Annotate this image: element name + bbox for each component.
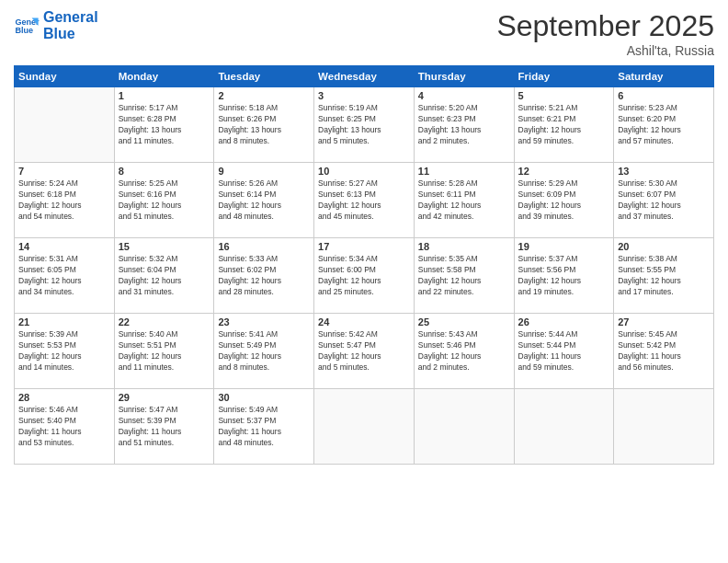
day-info: Sunrise: 5:42 AM Sunset: 5:47 PM Dayligh… (318, 329, 410, 373)
day-info: Sunrise: 5:43 AM Sunset: 5:46 PM Dayligh… (418, 329, 510, 373)
day-number: 22 (119, 316, 210, 327)
week-row-3: 14Sunrise: 5:31 AM Sunset: 6:05 PM Dayli… (15, 238, 714, 314)
day-number: 25 (418, 316, 510, 327)
day-info: Sunrise: 5:35 AM Sunset: 5:58 PM Dayligh… (418, 254, 510, 298)
calendar-cell: 26Sunrise: 5:44 AM Sunset: 5:44 PM Dayli… (514, 314, 614, 389)
week-row-2: 7Sunrise: 5:24 AM Sunset: 6:18 PM Daylig… (15, 163, 714, 238)
title-block: September 2025 Ashil'ta, Russia (496, 9, 714, 58)
day-number: 4 (418, 90, 510, 101)
calendar-cell: 28Sunrise: 5:46 AM Sunset: 5:40 PM Dayli… (15, 389, 115, 465)
calendar-cell: 4Sunrise: 5:20 AM Sunset: 6:23 PM Daylig… (414, 87, 514, 163)
col-header-thursday: Thursday (414, 66, 514, 87)
day-info: Sunrise: 5:38 AM Sunset: 5:55 PM Dayligh… (618, 254, 710, 298)
day-info: Sunrise: 5:39 AM Sunset: 5:53 PM Dayligh… (18, 329, 110, 373)
day-info: Sunrise: 5:47 AM Sunset: 5:39 PM Dayligh… (119, 405, 210, 449)
svg-text:Blue: Blue (15, 26, 33, 35)
logo-icon: General Blue (14, 13, 40, 39)
col-header-sunday: Sunday (15, 66, 115, 87)
week-row-5: 28Sunrise: 5:46 AM Sunset: 5:40 PM Dayli… (15, 389, 714, 465)
week-row-4: 21Sunrise: 5:39 AM Sunset: 5:53 PM Dayli… (15, 314, 714, 389)
day-info: Sunrise: 5:37 AM Sunset: 5:56 PM Dayligh… (518, 254, 610, 298)
header-row: SundayMondayTuesdayWednesdayThursdayFrid… (15, 66, 714, 87)
day-info: Sunrise: 5:25 AM Sunset: 6:16 PM Dayligh… (119, 178, 210, 223)
day-number: 23 (218, 316, 310, 327)
day-info: Sunrise: 5:28 AM Sunset: 6:11 PM Dayligh… (418, 178, 510, 223)
day-number: 29 (119, 392, 210, 403)
day-info: Sunrise: 5:45 AM Sunset: 5:42 PM Dayligh… (618, 329, 710, 373)
day-info: Sunrise: 5:32 AM Sunset: 6:04 PM Dayligh… (119, 254, 210, 298)
col-header-tuesday: Tuesday (214, 66, 314, 87)
day-info: Sunrise: 5:29 AM Sunset: 6:09 PM Dayligh… (518, 178, 610, 223)
day-number: 20 (618, 241, 710, 252)
calendar-cell: 2Sunrise: 5:18 AM Sunset: 6:26 PM Daylig… (214, 87, 314, 163)
calendar-cell: 13Sunrise: 5:30 AM Sunset: 6:07 PM Dayli… (614, 163, 714, 238)
calendar-cell: 24Sunrise: 5:42 AM Sunset: 5:47 PM Dayli… (314, 314, 415, 389)
day-info: Sunrise: 5:23 AM Sunset: 6:20 PM Dayligh… (618, 103, 710, 147)
calendar-cell: 20Sunrise: 5:38 AM Sunset: 5:55 PM Dayli… (614, 238, 714, 314)
calendar-cell: 19Sunrise: 5:37 AM Sunset: 5:56 PM Dayli… (514, 238, 614, 314)
calendar-cell (614, 389, 714, 465)
day-number: 1 (119, 90, 210, 101)
calendar-cell: 10Sunrise: 5:27 AM Sunset: 6:13 PM Dayli… (314, 163, 415, 238)
day-info: Sunrise: 5:21 AM Sunset: 6:21 PM Dayligh… (518, 103, 610, 147)
calendar-cell: 12Sunrise: 5:29 AM Sunset: 6:09 PM Dayli… (514, 163, 614, 238)
day-number: 30 (218, 392, 310, 403)
day-number: 13 (618, 166, 710, 177)
calendar-cell: 23Sunrise: 5:41 AM Sunset: 5:49 PM Dayli… (214, 314, 314, 389)
calendar-cell: 8Sunrise: 5:25 AM Sunset: 6:16 PM Daylig… (114, 163, 214, 238)
calendar-cell: 25Sunrise: 5:43 AM Sunset: 5:46 PM Dayli… (414, 314, 514, 389)
day-info: Sunrise: 5:20 AM Sunset: 6:23 PM Dayligh… (418, 103, 510, 147)
day-info: Sunrise: 5:19 AM Sunset: 6:25 PM Dayligh… (318, 103, 410, 147)
day-number: 5 (518, 90, 610, 101)
calendar-cell (314, 389, 415, 465)
day-info: Sunrise: 5:40 AM Sunset: 5:51 PM Dayligh… (119, 329, 210, 373)
calendar-cell: 29Sunrise: 5:47 AM Sunset: 5:39 PM Dayli… (114, 389, 214, 465)
calendar-cell: 14Sunrise: 5:31 AM Sunset: 6:05 PM Dayli… (15, 238, 115, 314)
day-info: Sunrise: 5:18 AM Sunset: 6:26 PM Dayligh… (218, 103, 310, 147)
calendar-cell: 3Sunrise: 5:19 AM Sunset: 6:25 PM Daylig… (314, 87, 415, 163)
day-number: 18 (418, 241, 510, 252)
day-number: 26 (518, 316, 610, 327)
calendar-cell: 16Sunrise: 5:33 AM Sunset: 6:02 PM Dayli… (214, 238, 314, 314)
calendar-cell: 7Sunrise: 5:24 AM Sunset: 6:18 PM Daylig… (15, 163, 115, 238)
day-number: 9 (218, 166, 310, 177)
calendar-cell: 15Sunrise: 5:32 AM Sunset: 6:04 PM Dayli… (114, 238, 214, 314)
day-info: Sunrise: 5:24 AM Sunset: 6:18 PM Dayligh… (18, 178, 110, 223)
day-number: 11 (418, 166, 510, 177)
day-number: 10 (318, 166, 410, 177)
day-number: 14 (18, 241, 110, 252)
day-number: 17 (318, 241, 410, 252)
calendar-cell: 11Sunrise: 5:28 AM Sunset: 6:11 PM Dayli… (414, 163, 514, 238)
day-number: 8 (119, 166, 210, 177)
col-header-saturday: Saturday (614, 66, 714, 87)
day-number: 27 (618, 316, 710, 327)
day-info: Sunrise: 5:26 AM Sunset: 6:14 PM Dayligh… (218, 178, 310, 223)
page-header: General Blue GeneralBlue September 2025 … (14, 9, 714, 58)
day-number: 12 (518, 166, 610, 177)
col-header-friday: Friday (514, 66, 614, 87)
day-info: Sunrise: 5:33 AM Sunset: 6:02 PM Dayligh… (218, 254, 310, 298)
calendar-cell: 1Sunrise: 5:17 AM Sunset: 6:28 PM Daylig… (114, 87, 214, 163)
day-info: Sunrise: 5:31 AM Sunset: 6:05 PM Dayligh… (18, 254, 110, 298)
calendar-cell (414, 389, 514, 465)
calendar-cell (15, 87, 115, 163)
logo: General Blue GeneralBlue (14, 9, 98, 41)
week-row-1: 1Sunrise: 5:17 AM Sunset: 6:28 PM Daylig… (15, 87, 714, 163)
day-number: 3 (318, 90, 410, 101)
calendar-cell: 6Sunrise: 5:23 AM Sunset: 6:20 PM Daylig… (614, 87, 714, 163)
calendar-cell: 9Sunrise: 5:26 AM Sunset: 6:14 PM Daylig… (214, 163, 314, 238)
logo-text: GeneralBlue (43, 9, 98, 41)
calendar-cell: 18Sunrise: 5:35 AM Sunset: 5:58 PM Dayli… (414, 238, 514, 314)
col-header-monday: Monday (114, 66, 214, 87)
day-info: Sunrise: 5:17 AM Sunset: 6:28 PM Dayligh… (119, 103, 210, 147)
calendar-cell: 17Sunrise: 5:34 AM Sunset: 6:00 PM Dayli… (314, 238, 415, 314)
calendar-cell: 21Sunrise: 5:39 AM Sunset: 5:53 PM Dayli… (15, 314, 115, 389)
day-number: 21 (18, 316, 110, 327)
day-info: Sunrise: 5:44 AM Sunset: 5:44 PM Dayligh… (518, 329, 610, 373)
day-number: 6 (618, 90, 710, 101)
calendar-cell: 30Sunrise: 5:49 AM Sunset: 5:37 PM Dayli… (214, 389, 314, 465)
day-number: 28 (18, 392, 110, 403)
day-number: 19 (518, 241, 610, 252)
calendar-cell (514, 389, 614, 465)
col-header-wednesday: Wednesday (314, 66, 415, 87)
